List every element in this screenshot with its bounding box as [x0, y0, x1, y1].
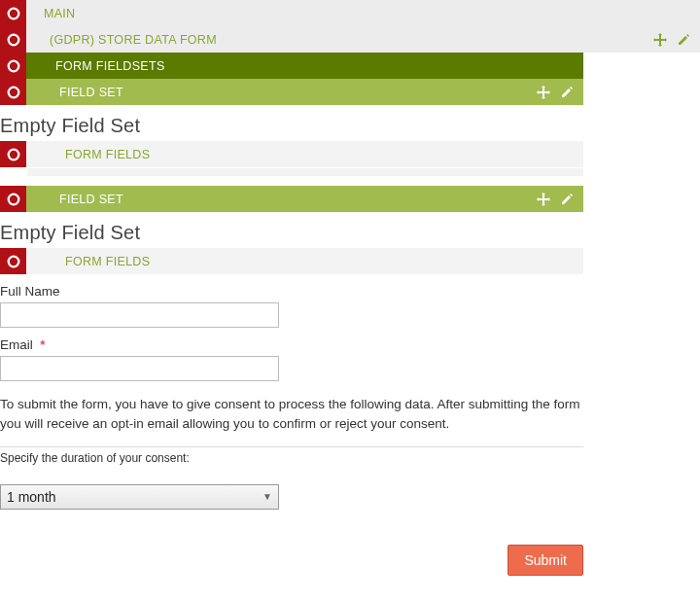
- svg-point-6: [8, 256, 18, 266]
- circle-icon: [0, 79, 26, 105]
- tree-row-form-fields-1[interactable]: FORM FIELDS: [0, 141, 583, 167]
- tree-label: FORM FIELDS: [26, 248, 583, 274]
- label-text: FIELD SET: [59, 86, 123, 99]
- empty-placeholder: [27, 168, 583, 176]
- svg-point-2: [8, 60, 18, 71]
- full-name-input[interactable]: [0, 302, 279, 328]
- svg-point-3: [8, 87, 18, 97]
- chevron-down-icon: ▼: [262, 491, 272, 502]
- svg-point-0: [8, 8, 18, 18]
- field-full-name: Full Name: [0, 284, 583, 328]
- tree-label: (GDPR) STORE DATA FORM: [26, 26, 700, 53]
- tree-row-gdpr[interactable]: (GDPR) STORE DATA FORM: [0, 26, 700, 53]
- email-label: Email *: [0, 337, 583, 352]
- tree-row-form-fieldsets[interactable]: FORM FIELDSETS: [0, 53, 583, 79]
- email-input[interactable]: [0, 356, 279, 381]
- circle-icon: [0, 186, 26, 212]
- email-label-text: Email: [0, 337, 33, 352]
- tree-row-fieldset-1[interactable]: FIELD SET: [0, 79, 583, 105]
- duration-label: Specify the duration of your consent:: [0, 451, 583, 465]
- label-text: (GDPR) STORE DATA FORM: [50, 33, 217, 47]
- svg-point-1: [8, 34, 18, 45]
- circle-icon: [0, 248, 26, 274]
- tree-label: MAIN: [26, 0, 700, 26]
- tree-row-main[interactable]: MAIN: [0, 0, 700, 26]
- tree-label: FORM FIELDS: [26, 141, 583, 167]
- svg-point-5: [8, 194, 18, 204]
- duration-value: 1 month: [7, 489, 56, 505]
- move-icon[interactable]: [653, 33, 667, 47]
- fieldset-heading-1: Empty Field Set: [0, 115, 700, 137]
- move-icon[interactable]: [537, 86, 550, 99]
- circle-icon: [0, 0, 26, 26]
- duration-select[interactable]: 1 month ▼: [0, 484, 279, 510]
- circle-icon: [0, 26, 26, 53]
- tree-row-fieldset-2[interactable]: FIELD SET: [0, 186, 583, 212]
- submit-button[interactable]: Submit: [508, 545, 583, 576]
- edit-icon[interactable]: [560, 86, 574, 99]
- edit-icon[interactable]: [677, 33, 690, 47]
- circle-icon: [0, 141, 26, 167]
- required-asterisk: *: [40, 337, 45, 352]
- move-icon[interactable]: [537, 193, 550, 206]
- tree-label: FIELD SET: [26, 79, 583, 105]
- separator: [0, 446, 583, 447]
- consent-text: To submit the form, you have to give con…: [0, 395, 581, 435]
- label-text: FIELD SET: [59, 193, 123, 206]
- circle-icon: [0, 53, 26, 79]
- tree-label: FIELD SET: [26, 186, 583, 212]
- field-email: Email *: [0, 337, 583, 381]
- edit-icon[interactable]: [560, 193, 574, 206]
- fieldset-heading-2: Empty Field Set: [0, 222, 700, 244]
- tree-label: FORM FIELDSETS: [26, 53, 583, 79]
- svg-point-4: [8, 149, 18, 159]
- full-name-label: Full Name: [0, 284, 583, 299]
- tree-row-form-fields-2[interactable]: FORM FIELDS: [0, 248, 583, 274]
